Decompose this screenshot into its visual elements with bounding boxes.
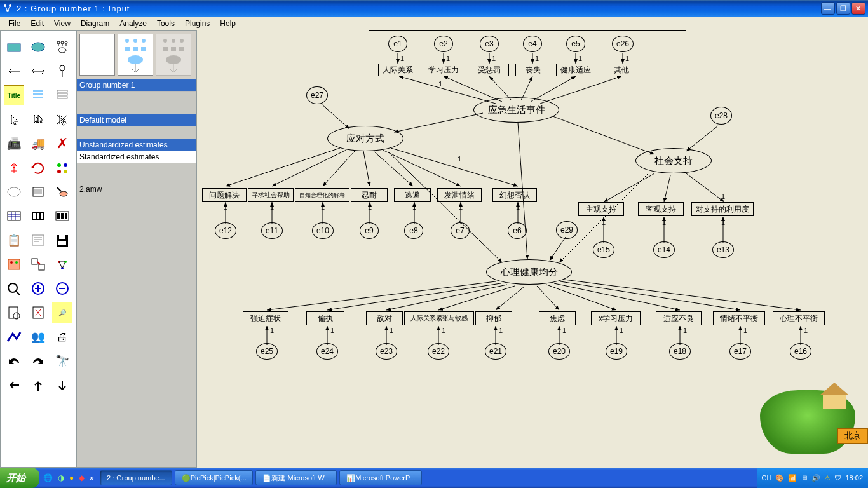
tool-path-both[interactable]: [28, 61, 48, 81]
tool-shape-icon[interactable]: [4, 158, 24, 178]
error-e24[interactable]: e24: [316, 343, 338, 360]
tool-fit-page-icon[interactable]: [28, 302, 48, 323]
menu-plugins[interactable]: Plugins: [180, 18, 215, 29]
ql-icon[interactable]: ◑: [58, 473, 64, 482]
var-c7[interactable]: 幻想否认: [492, 188, 537, 202]
tool-drag-prop-icon[interactable]: [28, 254, 48, 274]
tool-clipboard-icon[interactable]: 📋: [4, 230, 24, 250]
menu-analyze[interactable]: Analyze: [114, 18, 152, 29]
var-m6[interactable]: 焦虑: [539, 311, 576, 325]
var-c4[interactable]: 忍耐: [351, 188, 388, 202]
error-e10[interactable]: e10: [312, 222, 334, 239]
error-e6[interactable]: e6: [508, 222, 527, 239]
tool-touch-icon[interactable]: [52, 182, 72, 202]
error-e22[interactable]: e22: [428, 343, 449, 360]
var-m7[interactable]: x学习压力: [591, 311, 641, 325]
minimize-button[interactable]: —: [821, 2, 835, 15]
var-s2[interactable]: 客观支持: [638, 202, 684, 216]
tool-arrow-up-icon[interactable]: [28, 375, 48, 395]
tray-icon[interactable]: ⚠: [824, 474, 831, 482]
var-punish[interactable]: 受惩罚: [470, 64, 509, 76]
error-e23[interactable]: e23: [376, 343, 397, 360]
tool-latent[interactable]: [52, 37, 72, 57]
tray-icon[interactable]: 📶: [788, 474, 797, 482]
error-e16[interactable]: e16: [790, 343, 811, 360]
error-e19[interactable]: e19: [606, 343, 627, 360]
menu-tools[interactable]: Tools: [152, 18, 180, 29]
tool-error[interactable]: [52, 61, 72, 81]
error-e1[interactable]: e1: [388, 36, 407, 52]
task-word[interactable]: 📄 新建 Microsoft W...: [255, 470, 337, 485]
var-m1[interactable]: 强迫症状: [243, 311, 288, 325]
error-e14[interactable]: e14: [653, 241, 675, 258]
task-picpick[interactable]: 🟢 PicPick|PicPick(...: [175, 470, 254, 485]
ql-icon[interactable]: »: [90, 473, 94, 482]
tool-rect[interactable]: [4, 37, 24, 57]
tool-zoom-out-icon[interactable]: [52, 278, 72, 299]
error-e4[interactable]: e4: [523, 36, 542, 52]
tray-icon[interactable]: 🎨: [775, 474, 784, 482]
tool-deselect[interactable]: [52, 109, 72, 130]
tool-reflect-icon[interactable]: [52, 158, 72, 178]
tool-analysis-icon[interactable]: [28, 206, 48, 226]
latent-life-events[interactable]: 应急生活事件: [473, 97, 559, 123]
tool-save-icon[interactable]: [52, 230, 72, 250]
latent-coping[interactable]: 应对方式: [327, 126, 403, 151]
tool-print-icon[interactable]: 🖨: [52, 327, 72, 347]
var-relation[interactable]: 人际关系: [378, 64, 417, 76]
tool-list1[interactable]: [28, 85, 48, 105]
file-item[interactable]: 2.amw: [79, 185, 194, 194]
std-estimates-item[interactable]: Standardized estimates: [77, 151, 196, 163]
file-list[interactable]: 2.amw: [77, 182, 196, 462]
tool-bayes-icon[interactable]: [4, 327, 24, 347]
tool-path-left[interactable]: [4, 61, 24, 81]
tool-move-icon[interactable]: 🚚: [28, 133, 48, 154]
var-s3[interactable]: 对支持的利用度: [691, 202, 754, 216]
var-m5[interactable]: 抑郁: [475, 311, 512, 325]
var-m2[interactable]: 偏执: [306, 311, 344, 325]
group-item[interactable]: Group number 1: [77, 79, 196, 92]
close-button[interactable]: ✕: [851, 2, 865, 15]
tool-zoom-in-icon[interactable]: [28, 278, 48, 299]
tool-select[interactable]: [4, 109, 24, 130]
tray-icon[interactable]: 🖥: [801, 474, 808, 482]
start-button[interactable]: 开始: [0, 468, 39, 488]
error-e8[interactable]: e8: [404, 222, 423, 239]
var-c1[interactable]: 问题解决: [202, 188, 247, 202]
widget-sign[interactable]: 北京: [837, 428, 868, 444]
lang-indicator[interactable]: CH: [762, 474, 772, 482]
tool-list2[interactable]: [52, 85, 72, 105]
error-e26[interactable]: e26: [612, 36, 634, 52]
var-m4[interactable]: 人际关系紧张与敏感: [404, 311, 474, 325]
tool-spec-search-icon[interactable]: 🔭: [52, 351, 72, 371]
var-c3[interactable]: 自知合理化的解释: [295, 188, 349, 202]
menu-file[interactable]: File: [3, 18, 25, 29]
error-e18[interactable]: e18: [669, 343, 691, 360]
tool-object-prop-icon[interactable]: [4, 254, 24, 274]
error-e13[interactable]: e13: [712, 241, 734, 258]
var-c5[interactable]: 逃避: [394, 188, 431, 202]
latent-mental[interactable]: 心理健康均分: [486, 259, 572, 285]
tray-icon[interactable]: 🛡: [834, 474, 841, 482]
tool-loupe-icon[interactable]: 🔎: [52, 302, 72, 323]
tray-icon[interactable]: 🔊: [811, 474, 820, 482]
tool-redo-icon[interactable]: [28, 351, 48, 371]
error-e28[interactable]: e28: [710, 107, 732, 125]
error-e25[interactable]: e25: [256, 343, 278, 360]
unstd-estimates-item[interactable]: Unstandardized estimates: [77, 139, 196, 151]
clock[interactable]: 18:02: [845, 474, 863, 482]
menu-view[interactable]: View: [49, 18, 76, 29]
tool-zoom-page-icon[interactable]: [4, 302, 24, 323]
tool-undo-icon[interactable]: [4, 351, 24, 371]
error-e20[interactable]: e20: [548, 343, 570, 360]
tool-multigroup-icon[interactable]: 👥: [28, 327, 48, 347]
error-e15[interactable]: e15: [593, 241, 614, 258]
var-m8[interactable]: 适应不良: [656, 311, 702, 325]
error-e21[interactable]: e21: [485, 343, 506, 360]
latent-support[interactable]: 社会支持: [635, 148, 712, 173]
task-ppt[interactable]: 📊 Microsoft PowerP...: [339, 470, 422, 485]
error-e5[interactable]: e5: [566, 36, 585, 52]
var-m3[interactable]: 敌对: [366, 311, 403, 325]
tool-title[interactable]: Title: [4, 85, 24, 105]
ql-icon[interactable]: 🌐: [43, 473, 53, 482]
